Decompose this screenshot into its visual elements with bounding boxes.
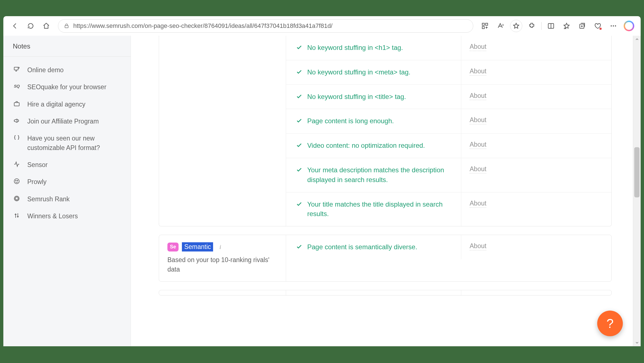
idea-text: Your meta description matches the descri… bbox=[307, 165, 451, 185]
sidebar-item-semrush-rank[interactable]: Semrush Rank bbox=[3, 191, 131, 208]
idea-text: No keyword stuffing in <title> tag. bbox=[307, 92, 406, 102]
toolbar-separator bbox=[541, 22, 541, 30]
split-screen-icon[interactable] bbox=[545, 20, 557, 32]
semantic-card: Se Semantic i Based on your top 10-ranki… bbox=[159, 235, 612, 282]
svg-rect-11 bbox=[14, 103, 19, 106]
about-link[interactable]: About bbox=[470, 92, 486, 100]
activity-icon bbox=[13, 160, 21, 168]
sidebar: Notes Online demo SQ SEOquake for your b… bbox=[3, 36, 131, 346]
sidebar-item-seoquake[interactable]: SQ SEOquake for your browser bbox=[3, 79, 131, 96]
copilot-button[interactable] bbox=[623, 20, 635, 32]
svg-point-10 bbox=[18, 67, 19, 68]
sidebar-item-affiliate[interactable]: Join our Affiliate Program bbox=[3, 113, 131, 130]
svg-rect-0 bbox=[65, 25, 68, 28]
idea-row: Your title matches the title displayed i… bbox=[286, 192, 611, 226]
check-icon bbox=[296, 142, 302, 148]
megaphone-icon bbox=[13, 117, 21, 124]
sidebar-item-label: Online demo bbox=[27, 66, 64, 75]
sidebar-item-label: Join our Affiliate Program bbox=[27, 117, 99, 126]
svg-point-6 bbox=[611, 25, 612, 26]
check-icon bbox=[296, 44, 302, 50]
sidebar-item-label: Have you seen our new customizable API f… bbox=[27, 134, 121, 153]
svg-rect-3 bbox=[482, 26, 484, 29]
idea-text: Video content: no optimization required. bbox=[307, 141, 425, 151]
ideas-card: No keyword stuffing in <h1> tag. About N… bbox=[159, 36, 612, 226]
about-link[interactable]: About bbox=[470, 43, 486, 51]
idea-row: Video content: no optimization required.… bbox=[286, 134, 611, 158]
up-down-arrows-icon bbox=[13, 212, 21, 219]
favorite-star-icon[interactable] bbox=[510, 20, 522, 32]
star-circle-icon bbox=[13, 195, 21, 202]
next-card-peek bbox=[159, 290, 612, 296]
svg-rect-9 bbox=[14, 67, 18, 70]
main-content: No keyword stuffing in <h1> tag. About N… bbox=[131, 36, 641, 346]
refresh-button[interactable] bbox=[25, 20, 37, 32]
check-icon bbox=[296, 93, 302, 100]
sidebar-item-prowly[interactable]: Prowly bbox=[3, 173, 131, 190]
code-braces-icon bbox=[13, 134, 21, 141]
about-link[interactable]: About bbox=[470, 116, 486, 124]
about-link[interactable]: About bbox=[470, 200, 486, 208]
idea-row: No keyword stuffing in <meta> tag. About bbox=[286, 60, 611, 85]
check-icon bbox=[296, 69, 302, 75]
sidebar-item-label: Winners & Losers bbox=[27, 212, 78, 221]
semantic-label: Semantic bbox=[182, 242, 213, 251]
check-icon bbox=[296, 118, 302, 124]
info-icon[interactable]: i bbox=[217, 244, 223, 250]
browser-toolbar: https://www.semrush.com/on-page-seo-chec… bbox=[3, 16, 641, 36]
sidebar-item-winners-losers[interactable]: Winners & Losers bbox=[3, 208, 131, 225]
sidebar-item-label: Hire a digital agency bbox=[27, 100, 85, 109]
more-menu-icon[interactable] bbox=[607, 20, 619, 32]
idea-row: Page content is long enough. About bbox=[286, 109, 611, 134]
idea-row: No keyword stuffing in <h1> tag. About bbox=[286, 36, 611, 60]
sidebar-item-hire-agency[interactable]: Hire a digital agency bbox=[3, 96, 131, 113]
vertical-scrollbar[interactable] bbox=[633, 36, 641, 346]
read-aloud-icon[interactable] bbox=[494, 20, 507, 32]
sidebar-item-online-demo[interactable]: Online demo bbox=[3, 62, 131, 79]
svg-point-8 bbox=[615, 25, 616, 26]
face-icon bbox=[13, 177, 21, 185]
back-button[interactable] bbox=[9, 20, 21, 32]
svg-rect-1 bbox=[482, 23, 484, 25]
browser-essentials-icon[interactable] bbox=[592, 20, 604, 32]
scroll-thumb[interactable] bbox=[634, 147, 640, 197]
semantic-badge: Se bbox=[167, 243, 179, 251]
semantic-subtitle: Based on your top 10-ranking rivals' dat… bbox=[167, 255, 277, 274]
presentation-icon bbox=[13, 66, 21, 73]
sidebar-header: Notes bbox=[3, 36, 131, 57]
about-link[interactable]: About bbox=[470, 141, 486, 149]
help-button[interactable]: ? bbox=[597, 311, 623, 336]
idea-text: No keyword stuffing in <meta> tag. bbox=[307, 67, 410, 77]
idea-row: Your meta description matches the descri… bbox=[286, 158, 611, 192]
semantic-header: Se Semantic i bbox=[167, 242, 277, 251]
about-link[interactable]: About bbox=[470, 67, 486, 76]
svg-point-7 bbox=[613, 25, 614, 26]
collections-icon[interactable] bbox=[576, 20, 588, 32]
sidebar-item-label: SEOquake for your browser bbox=[27, 83, 106, 92]
check-icon bbox=[296, 167, 302, 173]
url-text: https://www.semrush.com/on-page-seo-chec… bbox=[73, 22, 333, 30]
scroll-up-button[interactable] bbox=[633, 36, 641, 43]
idea-text: Page content is long enough. bbox=[307, 116, 394, 126]
briefcase-icon bbox=[13, 100, 21, 107]
idea-text: Page content is semantically diverse. bbox=[307, 242, 417, 252]
sidebar-item-label: Sensor bbox=[27, 160, 48, 170]
sidebar-item-sensor[interactable]: Sensor bbox=[3, 156, 131, 173]
sidebar-item-api[interactable]: Have you seen our new customizable API f… bbox=[3, 130, 131, 156]
home-button[interactable] bbox=[40, 20, 52, 32]
svg-rect-2 bbox=[486, 23, 488, 25]
scroll-down-button[interactable] bbox=[633, 339, 641, 346]
seoquake-icon: SQ bbox=[13, 83, 21, 89]
extensions-icon[interactable] bbox=[526, 20, 538, 32]
about-link[interactable]: About bbox=[470, 242, 486, 250]
favorites-list-icon[interactable] bbox=[560, 20, 573, 32]
check-icon bbox=[296, 201, 302, 207]
app-grid-icon[interactable] bbox=[479, 20, 491, 32]
help-icon: ? bbox=[606, 316, 614, 331]
svg-point-13 bbox=[16, 180, 16, 181]
address-bar[interactable]: https://www.semrush.com/on-page-seo-chec… bbox=[58, 19, 473, 33]
about-link[interactable]: About bbox=[470, 165, 486, 173]
idea-text: Your title matches the title displayed i… bbox=[307, 200, 451, 219]
idea-row: Page content is semantically diverse. Ab… bbox=[286, 235, 611, 259]
sidebar-item-label: Prowly bbox=[27, 177, 47, 187]
